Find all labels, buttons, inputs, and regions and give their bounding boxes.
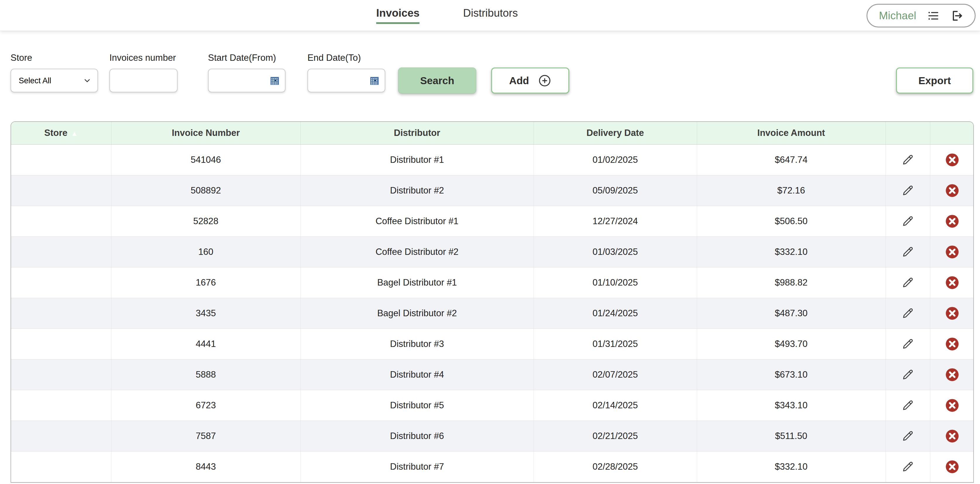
cell-invoice-number: 1676 bbox=[111, 267, 301, 298]
invoice-table-body: 541046 Distributor #1 01/02/2025 $647.74… bbox=[11, 144, 974, 482]
cell-distributor: Distributor #1 bbox=[301, 144, 534, 175]
delete-x-icon bbox=[945, 244, 959, 259]
pencil-icon bbox=[901, 337, 915, 351]
cell-distributor: Distributor #4 bbox=[301, 359, 534, 390]
cell-store bbox=[11, 175, 111, 206]
delete-x-icon bbox=[945, 459, 959, 474]
delete-x-icon bbox=[945, 152, 959, 167]
cell-distributor: Distributor #2 bbox=[301, 175, 534, 206]
delete-button[interactable] bbox=[945, 275, 959, 290]
delete-button[interactable] bbox=[945, 183, 959, 198]
delete-button[interactable] bbox=[945, 337, 959, 351]
cell-invoice-number: 541046 bbox=[111, 144, 301, 175]
delete-button[interactable] bbox=[945, 429, 959, 443]
delete-x-icon bbox=[945, 367, 959, 382]
pencil-icon bbox=[901, 429, 915, 443]
cell-delivery-date: 05/09/2025 bbox=[534, 175, 697, 206]
cell-delivery-date: 02/07/2025 bbox=[534, 359, 697, 390]
edit-button[interactable] bbox=[901, 306, 915, 320]
logout-icon[interactable] bbox=[950, 10, 963, 22]
cell-distributor: Bagel Distributor #1 bbox=[301, 267, 534, 298]
pencil-icon bbox=[901, 153, 915, 167]
column-header-distributor[interactable]: Distributor bbox=[301, 122, 534, 144]
add-button[interactable]: Add bbox=[491, 68, 569, 94]
cell-distributor: Distributor #5 bbox=[301, 390, 534, 421]
delete-x-icon bbox=[945, 183, 959, 198]
cell-invoice-amount: $988.82 bbox=[697, 267, 886, 298]
pencil-icon bbox=[901, 460, 915, 473]
cell-distributor: Bagel Distributor #2 bbox=[301, 298, 534, 328]
edit-button[interactable] bbox=[901, 368, 915, 381]
table-row: 52828 Coffee Distributor #1 12/27/2024 $… bbox=[11, 206, 974, 236]
cell-delivery-date: 01/31/2025 bbox=[534, 328, 697, 359]
edit-button[interactable] bbox=[901, 184, 915, 197]
table-row: 7587 Distributor #6 02/21/2025 $511.50 bbox=[11, 421, 974, 451]
cell-distributor: Coffee Distributor #2 bbox=[301, 236, 534, 267]
store-select[interactable]: Select All bbox=[11, 69, 98, 92]
user-name: Michael bbox=[879, 10, 916, 22]
delete-button[interactable] bbox=[945, 306, 959, 321]
delete-button[interactable] bbox=[945, 367, 959, 382]
delete-button[interactable] bbox=[945, 152, 959, 167]
end-date-label: End Date(To) bbox=[307, 52, 385, 63]
delete-button[interactable] bbox=[945, 244, 959, 259]
add-button-label: Add bbox=[509, 75, 529, 87]
pencil-icon bbox=[901, 276, 915, 289]
column-header-store[interactable]: Store▲ bbox=[11, 122, 111, 144]
cell-invoice-number: 3435 bbox=[111, 298, 301, 328]
cell-invoice-number: 6723 bbox=[111, 390, 301, 421]
filter-bar: Store Select All Invoices number Start D… bbox=[0, 31, 980, 94]
cell-invoice-number: 160 bbox=[111, 236, 301, 267]
cell-invoice-number: 52828 bbox=[111, 206, 301, 236]
delete-button[interactable] bbox=[945, 398, 959, 413]
edit-button[interactable] bbox=[901, 460, 915, 473]
cell-store bbox=[11, 298, 111, 328]
column-header-invoice-amount[interactable]: Invoice Amount bbox=[697, 122, 886, 144]
cell-delivery-date: 02/14/2025 bbox=[534, 390, 697, 421]
cell-store bbox=[11, 236, 111, 267]
cell-invoice-amount: $511.50 bbox=[697, 421, 886, 451]
plus-circle-icon bbox=[538, 74, 551, 87]
table-row: 6723 Distributor #5 02/14/2025 $343.10 bbox=[11, 390, 974, 421]
edit-button[interactable] bbox=[901, 337, 915, 351]
tab-invoices[interactable]: Invoices bbox=[376, 7, 420, 24]
column-header-delete bbox=[930, 122, 974, 144]
cell-store bbox=[11, 267, 111, 298]
export-button[interactable]: Export bbox=[896, 68, 973, 94]
edit-button[interactable] bbox=[901, 153, 915, 167]
cell-delivery-date: 01/24/2025 bbox=[534, 298, 697, 328]
sort-asc-icon: ▲ bbox=[71, 130, 78, 137]
cell-invoice-amount: $506.50 bbox=[697, 206, 886, 236]
cell-distributor: Distributor #6 bbox=[301, 421, 534, 451]
cell-delivery-date: 01/02/2025 bbox=[534, 144, 697, 175]
end-date-input[interactable] bbox=[307, 69, 385, 92]
search-button[interactable]: Search bbox=[398, 68, 476, 94]
invoice-number-label: Invoices number bbox=[110, 52, 178, 63]
delete-button[interactable] bbox=[945, 459, 959, 474]
edit-button[interactable] bbox=[901, 245, 915, 259]
cell-store bbox=[11, 206, 111, 236]
table-row: 5888 Distributor #4 02/07/2025 $673.10 bbox=[11, 359, 974, 390]
edit-button[interactable] bbox=[901, 276, 915, 289]
edit-button[interactable] bbox=[901, 429, 915, 443]
column-header-delivery-date[interactable]: Delivery Date bbox=[534, 122, 697, 144]
start-date-input[interactable] bbox=[208, 69, 286, 92]
cell-invoice-amount: $487.30 bbox=[697, 298, 886, 328]
table-row: 1676 Bagel Distributor #1 01/10/2025 $98… bbox=[11, 267, 974, 298]
column-header-invoice-number[interactable]: Invoice Number bbox=[111, 122, 301, 144]
cell-store bbox=[11, 359, 111, 390]
cell-distributor: Distributor #3 bbox=[301, 328, 534, 359]
table-row: 541046 Distributor #1 01/02/2025 $647.74 bbox=[11, 144, 974, 175]
edit-button[interactable] bbox=[901, 399, 915, 412]
delete-x-icon bbox=[945, 275, 959, 290]
tab-distributors[interactable]: Distributors bbox=[463, 7, 518, 24]
user-menu[interactable]: Michael bbox=[867, 4, 976, 27]
cell-delivery-date: 01/03/2025 bbox=[534, 236, 697, 267]
edit-button[interactable] bbox=[901, 214, 915, 228]
cell-invoice-amount: $332.10 bbox=[697, 236, 886, 267]
list-icon[interactable] bbox=[927, 10, 940, 22]
delete-button[interactable] bbox=[945, 214, 959, 229]
nav-tabs: Invoices Distributors bbox=[376, 0, 518, 31]
pencil-icon bbox=[901, 184, 915, 197]
invoice-number-input[interactable] bbox=[110, 69, 178, 92]
